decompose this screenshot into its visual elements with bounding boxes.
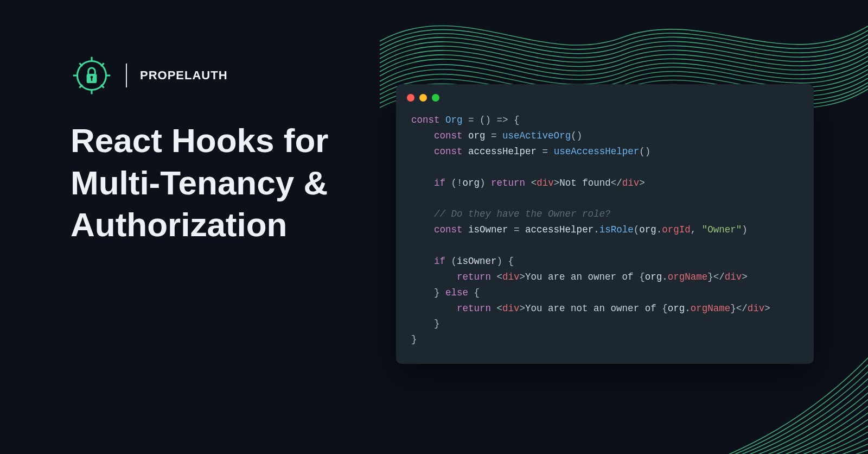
close-icon	[407, 94, 414, 102]
code-token: orgName	[668, 272, 708, 282]
code-token: Org	[445, 115, 463, 125]
code-token: isRole	[599, 224, 634, 235]
window-traffic-lights	[396, 84, 814, 106]
brand-row: PROPELAUTH	[71, 54, 228, 97]
minimize-icon	[419, 94, 427, 102]
code-token: useAccessHelper	[554, 146, 640, 157]
maximize-icon	[432, 94, 439, 102]
code-token: org	[468, 130, 486, 141]
brand-divider	[126, 64, 127, 87]
code-token: orgId	[662, 224, 691, 235]
code-token: You are an owner of	[525, 272, 639, 282]
propelauth-logo-icon	[71, 54, 113, 97]
svg-line-6	[101, 85, 104, 87]
code-token: useActiveOrg	[502, 130, 571, 141]
svg-line-8	[101, 63, 104, 66]
code-token: org	[639, 224, 656, 235]
code-token: accessHelper	[525, 224, 593, 235]
code-token: isOwner	[457, 256, 497, 267]
code-window: const Org = () => { const org = useActiv…	[396, 84, 814, 364]
code-token: org	[463, 178, 480, 188]
code-token: isOwner	[468, 224, 508, 235]
code-block: const Org = () => { const org = useActiv…	[396, 106, 814, 348]
code-token: You are not an owner of	[525, 303, 662, 314]
brand-text: PROPELAUTH	[140, 68, 228, 83]
code-token: "Owner"	[702, 224, 742, 235]
svg-line-7	[79, 85, 82, 87]
svg-line-5	[79, 63, 82, 66]
code-token: accessHelper	[468, 146, 537, 157]
code-token: org	[668, 303, 685, 314]
code-token: org	[645, 272, 662, 282]
page-title: React Hooks for Multi-Tenancy & Authoriz…	[71, 119, 328, 246]
code-token: orgName	[691, 303, 731, 314]
code-comment: // Do they have the Owner role?	[434, 209, 611, 219]
code-token: Not found	[559, 178, 611, 188]
svg-rect-11	[91, 78, 92, 81]
